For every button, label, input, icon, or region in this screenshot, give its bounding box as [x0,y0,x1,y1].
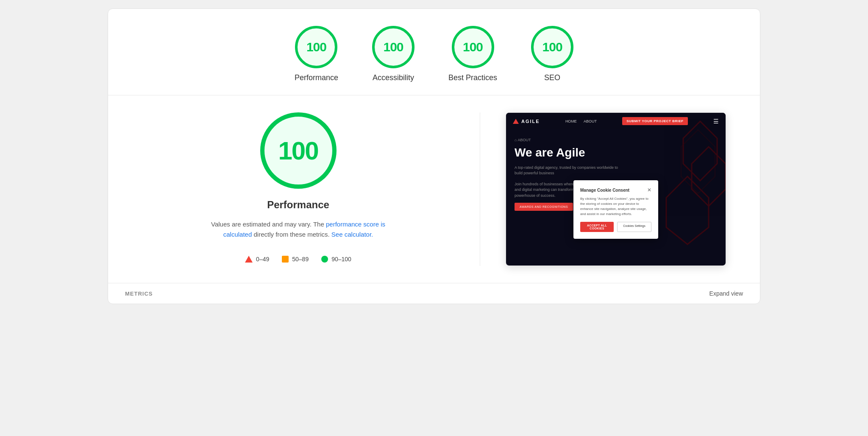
main-card: 100 Performance 100 Accessibility 100 Be… [108,8,760,304]
score-item-seo: 100 SEO [531,26,573,82]
legend-item-good: 90–100 [321,256,351,263]
preview-awards-button[interactable]: AWARDS AND RECOGNITIONS [515,203,573,211]
preview-body-text: A top-rated digital agency, trusted by c… [515,165,625,176]
big-score-label: Performance [267,199,329,211]
cookie-modal-header: Manage Cookie Consent ✕ [580,187,651,193]
score-circle-seo: 100 [531,26,573,68]
score-item-best-practices: 100 Best Practices [448,26,497,82]
description-middle: directly from these metrics. [252,231,331,238]
preview-logo-text: AGILE [521,119,540,124]
score-value-accessibility: 100 [383,40,403,54]
calculator-link[interactable]: See calculator. [331,231,373,238]
preview-inner: AGILE HOME ABOUT SUBMIT YOUR PROJECT BRI… [506,113,726,266]
cookie-accept-button[interactable]: ACCEPT ALL COOKIES [580,222,614,232]
preview-nav-links: HOME ABOUT [565,119,597,123]
legend-item-average: 50–89 [282,256,309,263]
preview-logo: AGILE [513,119,540,124]
score-label-accessibility: Accessibility [373,73,414,82]
cookie-modal-buttons: ACCEPT ALL COOKIES Cookies Settings [580,222,651,232]
score-circle-accessibility: 100 [372,26,415,68]
scores-section: 100 Performance 100 Accessibility 100 Be… [108,9,760,95]
preview-heading: We are Agile [515,145,717,160]
square-icon [282,256,289,263]
website-preview: AGILE HOME ABOUT SUBMIT YOUR PROJECT BRI… [506,112,726,266]
cookie-settings-button[interactable]: Cookies Settings [617,222,651,232]
preview-nav-link-home: HOME [565,119,577,123]
footer-section: METRICS Expand view [108,283,760,304]
score-item-accessibility: 100 Accessibility [372,26,415,82]
big-score-circle: 100 [260,112,337,189]
score-label-best-practices: Best Practices [448,73,497,82]
big-score-value: 100 [278,136,318,165]
description-start: Values are estimated and may vary. The [211,221,326,228]
preview-nav-link-about: ABOUT [584,119,597,123]
score-item-performance: 100 Performance [295,26,338,82]
legend-range-average: 50–89 [292,256,309,263]
triangle-icon [245,256,253,263]
main-section: 100 Performance Values are estimated and… [108,95,760,283]
logo-triangle-icon [513,119,519,124]
cookie-modal: Manage Cookie Consent ✕ By clicking "Acc… [573,180,658,239]
score-value-seo: 100 [542,40,562,54]
cookie-modal-close-icon[interactable]: ✕ [647,187,651,193]
legend-range-poor: 0–49 [256,256,269,263]
left-panel: 100 Performance Values are estimated and… [134,112,480,266]
cookie-modal-title: Manage Cookie Consent [580,188,629,193]
right-panel: AGILE HOME ABOUT SUBMIT YOUR PROJECT BRI… [497,112,734,266]
score-value-best-practices: 100 [463,40,483,54]
score-circle-best-practices: 100 [452,26,494,68]
description-text: Values are estimated and may vary. The p… [209,219,387,240]
legend-range-good: 90–100 [331,256,351,263]
score-value-performance: 100 [306,40,326,54]
score-label-seo: SEO [544,73,560,82]
metrics-label: METRICS [125,291,153,297]
expand-view-button[interactable]: Expand view [709,290,743,297]
circle-icon [321,256,328,263]
cookie-modal-body: By clicking "Accept All Cookies", you ag… [580,196,651,217]
score-circle-performance: 100 [295,26,337,68]
preview-hero: ⌂ ABOUT We are Agile A top-rated digital… [506,129,726,219]
score-label-performance: Performance [295,73,338,82]
legend-item-poor: 0–49 [245,256,269,263]
legend: 0–49 50–89 90–100 [245,256,351,263]
preview-breadcrumb: ⌂ ABOUT [515,138,717,142]
